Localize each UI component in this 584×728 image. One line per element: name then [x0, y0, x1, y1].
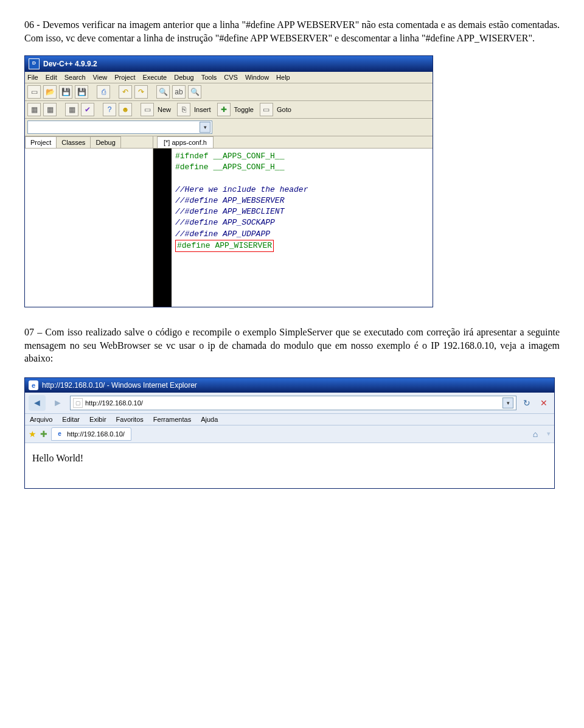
ie-menu-editar[interactable]: Editar — [62, 416, 80, 423]
ie-back-button[interactable]: ◄ — [29, 395, 46, 411]
tb-help-icon[interactable]: ? — [103, 103, 116, 116]
ie-menu-exibir[interactable]: Exibir — [89, 416, 106, 423]
ie-page-content: Hello World! — [25, 443, 554, 488]
devcpp-editor-panel: [*] apps-conf.h #ifndef __APPS_CONF_H__ … — [153, 136, 433, 307]
tb-print-icon[interactable]: ⎙ — [97, 85, 110, 99]
code-line-9-highlight: #define APP_WISERVER — [175, 240, 274, 252]
tb-goto-label[interactable]: Goto — [277, 106, 291, 113]
tb-save-icon[interactable]: 💾 — [59, 85, 72, 99]
tb-insert-icon[interactable]: ⎘ — [177, 103, 190, 116]
menu-edit[interactable]: Edit — [46, 74, 57, 81]
ie-menu-arquivo[interactable]: Arquivo — [30, 416, 52, 423]
paragraph-06: 06 - Devemos verificar na imagem anterio… — [24, 18, 560, 44]
ie-app-icon: e — [29, 380, 38, 390]
ie-add-favorite-icon[interactable]: ✚ — [40, 429, 47, 439]
tb-findnext-icon[interactable]: 🔍 — [188, 85, 201, 99]
dropdown-icon[interactable]: ▾ — [200, 122, 210, 133]
lefttab-debug[interactable]: Debug — [90, 136, 120, 148]
tb-insert-label[interactable]: Insert — [194, 106, 211, 113]
code-line-5: //#define APP_WEBSERVER — [175, 196, 284, 205]
code-line-4: //Here we include the header — [175, 185, 308, 194]
ie-address-dropdown-icon[interactable]: ▾ — [502, 397, 513, 408]
editor-code: #ifndef __APPS_CONF_H__ #define __APPS_C… — [172, 149, 311, 307]
ie-favorites-star-icon[interactable]: ★ — [29, 429, 36, 439]
devcpp-editor[interactable]: #ifndef __APPS_CONF_H__ #define __APPS_C… — [153, 149, 433, 307]
devcpp-file-tabs: [*] apps-conf.h — [153, 136, 433, 149]
devcpp-symbol-combo[interactable]: ▾ — [27, 121, 212, 134]
menu-cvs[interactable]: CVS — [224, 74, 238, 81]
ie-refresh-button[interactable]: ↻ — [520, 396, 534, 410]
devcpp-menubar: File Edit Search View Project Execute De… — [25, 72, 433, 83]
code-line-1: #ifndef __APPS_CONF_H__ — [175, 152, 284, 161]
lefttab-project[interactable]: Project — [25, 136, 57, 148]
lefttab-classes[interactable]: Classes — [56, 136, 91, 148]
editor-gutter — [153, 149, 172, 307]
devcpp-window: D Dev-C++ 4.9.9.2 File Edit Search View … — [24, 55, 433, 307]
ie-forward-button[interactable]: ► — [49, 395, 66, 411]
tb-toggle-label[interactable]: Toggle — [234, 106, 254, 113]
tb-toggle-icon[interactable]: ✚ — [217, 103, 231, 116]
ie-tab-title: http://192.168.0.10/ — [67, 430, 125, 438]
devcpp-toolbar-2: ▦ ▦ ▦ ✔ ? ☻ ▭ New ⎘ Insert ✚ Toggle ▭ Go… — [25, 101, 433, 119]
devcpp-project-tree[interactable] — [25, 149, 153, 307]
devcpp-titlebar: D Dev-C++ 4.9.9.2 — [25, 56, 433, 72]
ie-menu-ferramentas[interactable]: Ferramentas — [153, 416, 191, 423]
ie-active-tab[interactable]: e http://192.168.0.10/ — [51, 427, 131, 441]
devcpp-title-text: Dev-C++ 4.9.9.2 — [43, 60, 97, 68]
ie-hello-world-text: Hello World! — [32, 453, 83, 463]
ie-right-buttons: ⌂ ▾ — [529, 428, 551, 440]
menu-search[interactable]: Search — [64, 74, 86, 81]
ie-tab-row: ★ ✚ e http://192.168.0.10/ ⌂ ▾ — [25, 425, 554, 443]
ie-address-bar[interactable]: ▢ http://192.168.0.10/ ▾ — [70, 396, 516, 410]
ie-home-button[interactable]: ⌂ — [529, 428, 542, 440]
ie-favicon-icon: ▢ — [73, 398, 83, 408]
tb-redo-icon[interactable]: ↷ — [134, 85, 148, 99]
menu-project[interactable]: Project — [114, 74, 135, 81]
menu-help[interactable]: Help — [276, 74, 290, 81]
tb-check-icon[interactable]: ✔ — [81, 103, 94, 116]
tb-about-icon[interactable]: ☻ — [119, 103, 132, 116]
tb-new-label[interactable]: New — [158, 106, 171, 113]
devcpp-left-panel: Project Classes Debug — [25, 136, 153, 307]
devcpp-app-icon: D — [29, 58, 40, 69]
tb-saveall-icon[interactable]: 💾 — [75, 85, 88, 99]
code-line-2: #define __APPS_CONF_H__ — [175, 163, 284, 172]
tb-newfile-icon[interactable]: ▭ — [27, 85, 41, 99]
ie-titlebar: e http://192.168.0.10/ - Windows Interne… — [25, 378, 554, 393]
code-line-8: //#define APP_UDPAPP — [175, 229, 270, 239]
menu-view[interactable]: View — [93, 74, 108, 81]
ie-stop-button[interactable]: ✕ — [537, 396, 551, 410]
devcpp-left-tabs: Project Classes Debug — [25, 136, 153, 149]
paragraph-07: 07 – Com isso realizado salve o código e… — [24, 326, 560, 365]
tb-goto-icon[interactable]: ▭ — [260, 103, 273, 116]
ie-window: e http://192.168.0.10/ - Windows Interne… — [24, 377, 555, 489]
tb-replace-icon[interactable]: ab — [172, 85, 186, 99]
devcpp-toolbar-3: ▾ — [25, 119, 433, 136]
code-line-9: #define APP_WISERVER — [177, 241, 272, 250]
devcpp-toolbar-1: ▭ 📂 💾 💾 ⎙ ↶ ↷ 🔍 ab 🔍 — [25, 83, 433, 101]
ie-menu-favoritos[interactable]: Favoritos — [116, 416, 144, 423]
menu-tools[interactable]: Tools — [201, 74, 217, 81]
ie-nav-row: ◄ ► ▢ http://192.168.0.10/ ▾ ↻ ✕ — [25, 393, 554, 414]
tb-grid1-icon[interactable]: ▦ — [27, 103, 41, 116]
tb-grid2-icon[interactable]: ▦ — [43, 103, 57, 116]
menu-debug[interactable]: Debug — [174, 74, 193, 81]
tb-find-icon[interactable]: 🔍 — [156, 85, 170, 99]
code-line-7: //#define APP_SOCKAPP — [175, 218, 275, 227]
tb-grid3-icon[interactable]: ▦ — [65, 103, 78, 116]
menu-window[interactable]: Window — [245, 74, 269, 81]
menu-execute[interactable]: Execute — [142, 74, 167, 81]
code-line-6: //#define APP_WEBCLIENT — [175, 207, 284, 216]
ie-url-text: http://192.168.0.10/ — [85, 399, 143, 407]
tb-new-icon[interactable]: ▭ — [141, 103, 154, 116]
ie-menu-ajuda[interactable]: Ajuda — [201, 416, 218, 423]
ie-menubar: Arquivo Editar Exibir Favoritos Ferramen… — [25, 414, 554, 425]
ie-tab-favicon-icon: e — [55, 430, 64, 438]
tb-undo-icon[interactable]: ↶ — [119, 85, 132, 99]
ie-title-text: http://192.168.0.10/ - Windows Internet … — [42, 381, 197, 390]
tb-open-icon[interactable]: 📂 — [43, 85, 57, 99]
filetab-apps-conf[interactable]: [*] apps-conf.h — [157, 136, 214, 148]
menu-file[interactable]: File — [27, 74, 38, 81]
